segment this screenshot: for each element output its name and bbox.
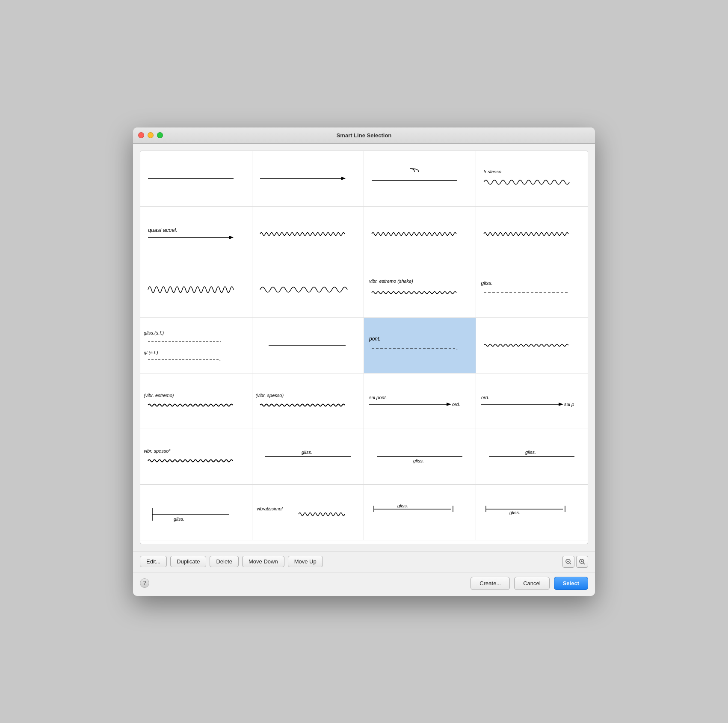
cell-12[interactable]: gliss.(s.f.) gl.(s.f.) ↓ xyxy=(140,318,252,373)
svg-text:↓: ↓ xyxy=(219,357,221,362)
svg-line-42 xyxy=(570,563,571,564)
cell-20[interactable]: vibr. spesso* xyxy=(140,429,252,485)
cell-11[interactable]: gliss. xyxy=(476,262,588,318)
svg-text:gliss.: gliss. xyxy=(509,510,520,515)
cell-16[interactable]: (vibr. estremo) xyxy=(140,373,252,429)
cell-5[interactable] xyxy=(252,207,364,262)
help-button[interactable]: ? xyxy=(140,578,149,588)
svg-text:ord.: ord. xyxy=(481,395,489,400)
content-area: tr stesso quasi accel. xyxy=(133,144,595,551)
duplicate-button[interactable]: Duplicate xyxy=(170,556,206,567)
cell-13[interactable] xyxy=(252,318,364,373)
line-grid: tr stesso quasi accel. xyxy=(140,151,588,540)
cell-15[interactable] xyxy=(476,318,588,373)
svg-text:sul pont.: sul pont. xyxy=(369,395,387,400)
action-bar: ? Create... Cancel Select xyxy=(133,572,595,596)
cell-4[interactable]: quasi accel. xyxy=(140,207,252,262)
svg-text:gliss.: gliss. xyxy=(413,458,424,463)
cancel-button[interactable]: Cancel xyxy=(514,577,549,590)
svg-text:sul pont.: sul pont. xyxy=(564,402,574,407)
close-button[interactable] xyxy=(138,132,144,138)
cell-26[interactable]: gliss. xyxy=(364,485,476,540)
window-controls xyxy=(138,132,163,138)
cell-1[interactable] xyxy=(252,151,364,207)
move-down-button[interactable]: Move Down xyxy=(242,556,284,567)
zoom-out-button[interactable] xyxy=(562,556,574,568)
svg-text:gliss.: gliss. xyxy=(525,450,536,455)
minimize-button[interactable] xyxy=(148,132,154,138)
delete-button[interactable]: Delete xyxy=(210,556,239,567)
cell-9[interactable] xyxy=(252,262,364,318)
cell-2[interactable] xyxy=(364,151,476,207)
cell-27[interactable]: gliss. xyxy=(476,485,588,540)
svg-marker-20 xyxy=(559,403,563,406)
cell-8[interactable] xyxy=(140,262,252,318)
cell-10[interactable]: vibr. estremo (shake) xyxy=(364,262,476,318)
svg-text:gliss.: gliss. xyxy=(302,450,312,455)
zoom-in-button[interactable] xyxy=(576,556,588,568)
cell-22[interactable]: gliss. xyxy=(364,429,476,485)
cell-7[interactable] xyxy=(476,207,588,262)
edit-toolbar: Edit... Duplicate Delete Move Down Move … xyxy=(133,551,595,572)
edit-button[interactable]: Edit... xyxy=(140,556,167,567)
cell-3[interactable]: tr stesso xyxy=(476,151,588,207)
cell-0[interactable] xyxy=(140,151,252,207)
cell-14[interactable]: pont. ↓ xyxy=(364,318,476,373)
svg-marker-6 xyxy=(229,236,234,239)
cell-18[interactable]: sul pont. ord. xyxy=(364,373,476,429)
svg-text:quasi accel.: quasi accel. xyxy=(148,227,178,233)
svg-marker-2 xyxy=(341,177,346,180)
select-button[interactable]: Select xyxy=(554,577,588,590)
line-grid-container[interactable]: tr stesso quasi accel. xyxy=(140,151,588,544)
maximize-button[interactable] xyxy=(157,132,163,138)
svg-text:gliss.: gliss. xyxy=(397,503,408,508)
title-bar: Smart Line Selection xyxy=(133,127,595,144)
svg-text:vibratissimo!: vibratissimo! xyxy=(257,506,283,511)
svg-line-46 xyxy=(583,563,585,564)
cell-6[interactable] xyxy=(364,207,476,262)
cell-23[interactable]: gliss. xyxy=(476,429,588,485)
cell-17[interactable]: (vibr. spesso) xyxy=(252,373,364,429)
move-up-button[interactable]: Move Up xyxy=(288,556,323,567)
svg-text:↓: ↓ xyxy=(456,347,458,351)
cell-19[interactable]: ord. sul pont. xyxy=(476,373,588,429)
cell-21[interactable]: gliss. xyxy=(252,429,364,485)
create-button[interactable]: Create... xyxy=(471,577,510,590)
svg-marker-16 xyxy=(447,403,451,406)
cell-24[interactable]: gliss. xyxy=(140,485,252,540)
zoom-controls xyxy=(562,556,588,568)
svg-text:gliss.: gliss. xyxy=(174,516,184,522)
svg-text:ord.: ord. xyxy=(452,402,460,407)
main-window: Smart Line Selection xyxy=(133,127,595,596)
window-title: Smart Line Selection xyxy=(337,132,392,139)
cell-25[interactable]: vibratissimo! xyxy=(252,485,364,540)
